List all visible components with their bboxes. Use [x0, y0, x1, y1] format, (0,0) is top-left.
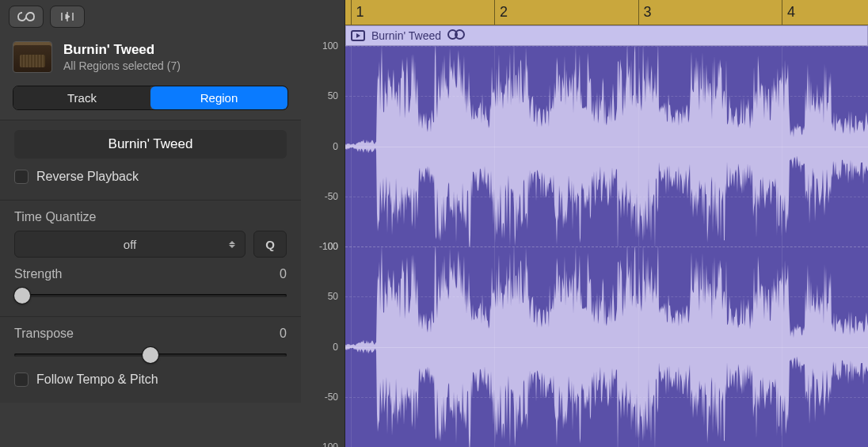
- quantize-select[interactable]: off: [14, 231, 246, 258]
- quantize-value: off: [124, 238, 136, 251]
- amplitude-label: 100: [322, 40, 338, 52]
- reverse-playback-row[interactable]: Reverse Playback: [14, 170, 287, 184]
- strength-param: Strength 0: [14, 267, 287, 305]
- tab-region[interactable]: Region: [150, 86, 287, 109]
- transpose-label: Transpose: [14, 327, 74, 341]
- inspector-panel: Burnin' Tweed All Regions selected (7) T…: [0, 0, 301, 447]
- audio-editor: 100500-50-100100500-50-100 12345 Burnin'…: [301, 0, 868, 447]
- catch-button[interactable]: [51, 6, 84, 27]
- strength-label: Strength: [14, 267, 62, 281]
- region-name-input[interactable]: Burnin' Tweed: [14, 130, 287, 159]
- amplitude-label: 0: [333, 141, 338, 152]
- follow-tempo-label: Follow Tempo & Pitch: [36, 372, 158, 387]
- chevron-updown-icon: [229, 241, 235, 248]
- amplitude-gutter: 100500-50-100100500-50-100: [301, 0, 345, 447]
- section-transpose: Transpose 0 Follow Tempo & Pitch: [0, 316, 301, 403]
- bar-marker: 4: [782, 0, 795, 25]
- catch-icon: [60, 11, 74, 22]
- track-thumbnail[interactable]: [13, 41, 52, 73]
- amplitude-label: 50: [328, 291, 338, 302]
- section-time-quantize: Time Quantize off Q Strength 0: [0, 200, 301, 316]
- transpose-slider[interactable]: [14, 346, 287, 365]
- waveform-area[interactable]: [345, 46, 868, 447]
- stereo-icon: [447, 29, 465, 42]
- bar-marker: 1: [351, 0, 364, 25]
- amplitude-label: -50: [325, 191, 338, 202]
- loop-button[interactable]: [10, 6, 43, 27]
- editor-main[interactable]: 12345 Burnin' Tweed: [345, 0, 868, 447]
- follow-tempo-row[interactable]: Follow Tempo & Pitch: [14, 372, 287, 387]
- follow-tempo-checkbox[interactable]: [14, 372, 29, 387]
- amplitude-label: -50: [325, 392, 338, 403]
- amplitude-label: -100: [319, 441, 338, 447]
- quantize-button[interactable]: Q: [253, 231, 287, 258]
- reverse-playback-label: Reverse Playback: [36, 170, 139, 184]
- inspector-header: Burnin' Tweed All Regions selected (7): [0, 33, 301, 79]
- strength-slider[interactable]: [14, 286, 287, 305]
- loop-icon: [17, 11, 35, 22]
- region-header-strip[interactable]: Burnin' Tweed: [345, 25, 868, 46]
- tab-track[interactable]: Track: [13, 86, 150, 109]
- tab-segment: Track Region: [13, 86, 288, 110]
- time-quantize-label: Time Quantize: [14, 210, 287, 224]
- amplitude-label: 100: [322, 241, 338, 252]
- transpose-value[interactable]: 0: [280, 327, 287, 341]
- bar-marker: 2: [494, 0, 508, 25]
- region-header-name: Burnin' Tweed: [371, 29, 441, 42]
- bar-ruler[interactable]: 12345: [345, 0, 868, 25]
- reverse-playback-checkbox[interactable]: [14, 170, 29, 184]
- track-title: Burnin' Tweed: [63, 42, 181, 58]
- selection-subtitle: All Regions selected (7): [63, 59, 181, 72]
- amplitude-label: 50: [328, 90, 338, 101]
- play-icon: [351, 30, 365, 41]
- bar-marker: 3: [638, 0, 652, 25]
- section-region-name: Burnin' Tweed Reverse Playback: [0, 120, 301, 200]
- strength-value[interactable]: 0: [280, 267, 287, 281]
- inspector-toolbar: [0, 0, 301, 33]
- amplitude-label: 0: [333, 342, 338, 353]
